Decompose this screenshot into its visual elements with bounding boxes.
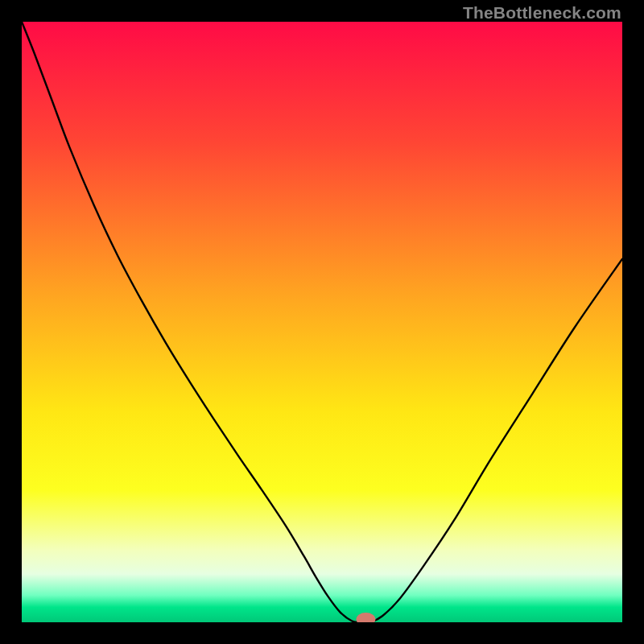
plot-background xyxy=(22,22,622,622)
chart-plot xyxy=(22,22,622,622)
chart-frame: TheBottleneck.com xyxy=(0,0,644,644)
credit-label: TheBottleneck.com xyxy=(463,3,621,23)
